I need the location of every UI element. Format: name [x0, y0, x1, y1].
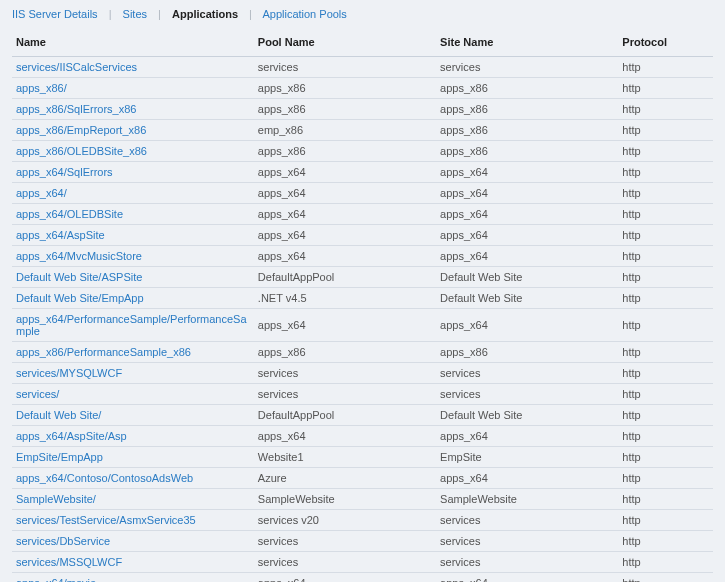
application-name-link[interactable]: services/MYSQLWCF [12, 363, 254, 384]
site-name-cell: apps_x86 [436, 342, 618, 363]
application-name-link[interactable]: apps_x64/ [12, 183, 254, 204]
pool-name-cell: apps_x64 [254, 426, 436, 447]
application-name-link[interactable]: apps_x64/AspSite [12, 225, 254, 246]
column-header-protocol[interactable]: Protocol [618, 26, 713, 57]
site-name-cell: apps_x64 [436, 225, 618, 246]
site-name-cell: apps_x64 [436, 204, 618, 225]
application-name-link[interactable]: apps_x86/ [12, 78, 254, 99]
pool-name-cell: services [254, 363, 436, 384]
table-row: services/servicesserviceshttp [12, 384, 713, 405]
protocol-cell: http [618, 288, 713, 309]
table-row: services/IISCalcServicesservicesservices… [12, 57, 713, 78]
protocol-cell: http [618, 552, 713, 573]
protocol-cell: http [618, 489, 713, 510]
pool-name-cell: SampleWebsite [254, 489, 436, 510]
pool-name-cell: apps_x86 [254, 141, 436, 162]
table-row: apps_x86/OLEDBSite_x86apps_x86apps_x86ht… [12, 141, 713, 162]
tab-applications[interactable]: Applications [172, 8, 238, 20]
pool-name-cell: services v20 [254, 510, 436, 531]
table-row: services/MYSQLWCFservicesserviceshttp [12, 363, 713, 384]
table-row: SampleWebsite/SampleWebsiteSampleWebsite… [12, 489, 713, 510]
pool-name-cell: DefaultAppPool [254, 267, 436, 288]
site-name-cell: apps_x86 [436, 78, 618, 99]
table-row: apps_x64/AspSiteapps_x64apps_x64http [12, 225, 713, 246]
protocol-cell: http [618, 531, 713, 552]
application-name-link[interactable]: Default Web Site/EmpApp [12, 288, 254, 309]
tab-bar: IIS Server Details | Sites | Application… [0, 0, 725, 26]
column-header-name[interactable]: Name [12, 26, 254, 57]
tab-separator: | [249, 8, 252, 20]
application-name-link[interactable]: services/DbService [12, 531, 254, 552]
site-name-cell: apps_x86 [436, 120, 618, 141]
pool-name-cell: Azure [254, 468, 436, 489]
application-name-link[interactable]: apps_x86/OLEDBSite_x86 [12, 141, 254, 162]
protocol-cell: http [618, 405, 713, 426]
application-name-link[interactable]: Default Web Site/ASPSite [12, 267, 254, 288]
application-name-link[interactable]: services/IISCalcServices [12, 57, 254, 78]
site-name-cell: services [436, 363, 618, 384]
pool-name-cell: apps_x86 [254, 99, 436, 120]
protocol-cell: http [618, 363, 713, 384]
application-name-link[interactable]: Default Web Site/ [12, 405, 254, 426]
site-name-cell: services [436, 552, 618, 573]
application-name-link[interactable]: apps_x64/PerformanceSample/PerformanceSa… [12, 309, 254, 342]
application-name-link[interactable]: services/TestService/AsmxService35 [12, 510, 254, 531]
application-name-link[interactable]: apps_x64/MvcMusicStore [12, 246, 254, 267]
column-header-site[interactable]: Site Name [436, 26, 618, 57]
application-name-link[interactable]: apps_x86/SqlErrors_x86 [12, 99, 254, 120]
table-row: services/TestService/AsmxService35servic… [12, 510, 713, 531]
protocol-cell: http [618, 57, 713, 78]
site-name-cell: apps_x64 [436, 246, 618, 267]
application-name-link[interactable]: apps_x64/Contoso/ContosoAdsWeb [12, 468, 254, 489]
application-name-link[interactable]: SampleWebsite/ [12, 489, 254, 510]
table-row: apps_x64/SqlErrorsapps_x64apps_x64http [12, 162, 713, 183]
site-name-cell: Default Web Site [436, 288, 618, 309]
table-row: apps_x64/Contoso/ContosoAdsWebAzureapps_… [12, 468, 713, 489]
application-name-link[interactable]: apps_x86/EmpReport_x86 [12, 120, 254, 141]
pool-name-cell: apps_x64 [254, 204, 436, 225]
table-row: services/MSSQLWCFservicesserviceshttp [12, 552, 713, 573]
protocol-cell: http [618, 183, 713, 204]
site-name-cell: Default Web Site [436, 267, 618, 288]
application-name-link[interactable]: apps_x64/OLEDBSite [12, 204, 254, 225]
protocol-cell: http [618, 141, 713, 162]
table-row: Default Web Site/EmpApp.NET v4.5Default … [12, 288, 713, 309]
table-row: apps_x64/PerformanceSample/PerformanceSa… [12, 309, 713, 342]
tab-sites[interactable]: Sites [123, 8, 147, 20]
column-header-pool[interactable]: Pool Name [254, 26, 436, 57]
application-name-link[interactable]: apps_x64/movie [12, 573, 254, 583]
protocol-cell: http [618, 78, 713, 99]
application-name-link[interactable]: apps_x86/PerformanceSample_x86 [12, 342, 254, 363]
application-name-link[interactable]: apps_x64/AspSite/Asp [12, 426, 254, 447]
site-name-cell: services [436, 57, 618, 78]
tab-application-pools[interactable]: Application Pools [262, 8, 346, 20]
tab-iis-server-details[interactable]: IIS Server Details [12, 8, 98, 20]
application-name-link[interactable]: services/ [12, 384, 254, 405]
site-name-cell: services [436, 384, 618, 405]
table-row: Default Web Site/ASPSiteDefaultAppPoolDe… [12, 267, 713, 288]
table-row: services/DbServiceservicesserviceshttp [12, 531, 713, 552]
pool-name-cell: apps_x64 [254, 183, 436, 204]
site-name-cell: SampleWebsite [436, 489, 618, 510]
application-name-link[interactable]: apps_x64/SqlErrors [12, 162, 254, 183]
protocol-cell: http [618, 309, 713, 342]
pool-name-cell: apps_x86 [254, 78, 436, 99]
application-name-link[interactable]: EmpSite/EmpApp [12, 447, 254, 468]
site-name-cell: apps_x64 [436, 468, 618, 489]
site-name-cell: apps_x64 [436, 162, 618, 183]
site-name-cell: services [436, 531, 618, 552]
pool-name-cell: apps_x64 [254, 225, 436, 246]
protocol-cell: http [618, 99, 713, 120]
protocol-cell: http [618, 225, 713, 246]
protocol-cell: http [618, 426, 713, 447]
pool-name-cell: apps_x64 [254, 309, 436, 342]
table-header-row: Name Pool Name Site Name Protocol [12, 26, 713, 57]
application-name-link[interactable]: services/MSSQLWCF [12, 552, 254, 573]
table-row: apps_x64/apps_x64apps_x64http [12, 183, 713, 204]
table-row: apps_x86/PerformanceSample_x86apps_x86ap… [12, 342, 713, 363]
site-name-cell: apps_x64 [436, 426, 618, 447]
table-row: apps_x64/OLEDBSiteapps_x64apps_x64http [12, 204, 713, 225]
table-row: Default Web Site/DefaultAppPoolDefault W… [12, 405, 713, 426]
pool-name-cell: DefaultAppPool [254, 405, 436, 426]
pool-name-cell: Website1 [254, 447, 436, 468]
